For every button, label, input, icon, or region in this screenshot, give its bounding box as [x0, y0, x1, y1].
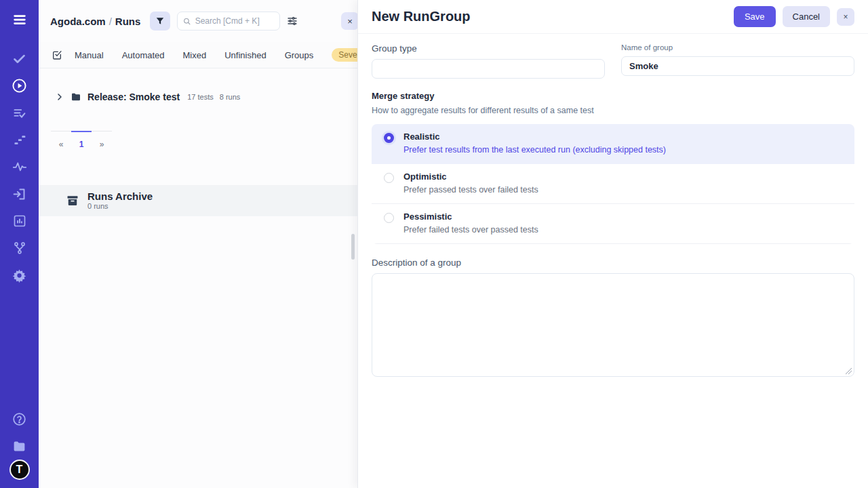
list-check-icon[interactable] [0, 99, 39, 126]
adjustments-button[interactable] [287, 16, 298, 26]
strategy-option-pessimistic[interactable]: Pessimistic Prefer failed tests over pas… [372, 204, 854, 244]
runs-panel: Agoda.com/Runs × Manual Automated Mixed … [39, 0, 357, 488]
form-header: New RunGroup Save Cancel × [358, 0, 868, 34]
runs-archive-row[interactable]: Runs Archive 0 runs [39, 185, 357, 216]
cancel-button[interactable]: Cancel [783, 6, 830, 27]
run-group-row[interactable]: Release: Smoke test 17 tests 8 runs [56, 89, 357, 105]
merge-strategy-label: Merge strategy [372, 91, 854, 101]
strategy-title: Optimistic [403, 171, 538, 182]
scrollbar-thumb[interactable] [351, 234, 355, 260]
merge-strategy-options: Realistic Prefer test results from the l… [372, 124, 854, 244]
tab-groups[interactable]: Groups [285, 50, 314, 60]
form-body: Group type Name of group Merge strategy … [358, 34, 868, 377]
strategy-description: Prefer failed tests over passed tests [403, 225, 538, 235]
runs-archive-count: 0 runs [87, 202, 153, 210]
page-title: New RunGroup [372, 9, 734, 24]
funnel-icon [155, 16, 165, 26]
strategy-description: Prefer test results from the last execut… [403, 145, 666, 155]
pagination-prev[interactable]: « [51, 131, 71, 149]
branch-icon[interactable] [0, 235, 39, 262]
search-icon [183, 17, 191, 26]
description-label: Description of a group [372, 258, 854, 268]
run-group-runs-count: 8 runs [220, 93, 241, 101]
chevron-right-icon[interactable] [56, 93, 64, 101]
breadcrumb-page[interactable]: Runs [115, 16, 141, 27]
strategy-description: Prefer passed tests over failed tests [403, 185, 538, 195]
logo-t-avatar[interactable]: T [9, 460, 30, 480]
search-box[interactable] [177, 12, 280, 30]
group-type-label: Group type [372, 43, 605, 54]
description-textarea[interactable] [372, 273, 854, 377]
strategy-title: Realistic [403, 131, 666, 142]
group-type-input[interactable] [372, 59, 605, 79]
pagination: « 1 » [51, 131, 357, 149]
strategy-option-realistic[interactable]: Realistic Prefer test results from the l… [372, 124, 854, 164]
name-of-group-input[interactable] [621, 56, 854, 76]
check-icon[interactable] [0, 45, 39, 72]
runs-archive-title: Runs Archive [87, 191, 153, 203]
select-all-icon[interactable] [52, 49, 62, 60]
breadcrumb-project[interactable]: Agoda.com [50, 16, 106, 27]
pulse-icon[interactable] [0, 153, 39, 180]
strategy-title: Pessimistic [403, 211, 538, 222]
resize-handle-icon[interactable] [846, 368, 852, 374]
runs-filter-tabs: Manual Automated Mixed Unfinished Groups… [39, 42, 357, 68]
filter-button[interactable] [150, 12, 170, 30]
menu-icon[interactable] [0, 0, 39, 39]
steps-icon[interactable] [0, 126, 39, 153]
folder-icon [71, 92, 81, 102]
radio-realistic[interactable] [384, 133, 394, 143]
app-sidebar: T [0, 0, 39, 488]
breadcrumb-separator: / [106, 16, 115, 27]
pagination-next[interactable]: » [92, 131, 112, 149]
save-button[interactable]: Save [734, 6, 776, 27]
archive-box-icon [66, 194, 79, 207]
help-circle-icon[interactable] [0, 405, 39, 432]
tab-manual[interactable]: Manual [75, 50, 104, 60]
tab-unfinished[interactable]: Unfinished [224, 50, 266, 60]
tab-mixed[interactable]: Mixed [183, 50, 207, 60]
breadcrumb[interactable]: Agoda.com/Runs [50, 16, 140, 27]
radio-optimistic[interactable] [384, 173, 394, 183]
radio-pessimistic[interactable] [384, 213, 394, 223]
panel-close-button[interactable]: × [341, 12, 359, 30]
pagination-page-1[interactable]: 1 [71, 131, 92, 149]
bar-chart-icon[interactable] [0, 207, 39, 235]
sliders-icon [287, 16, 298, 26]
run-group-tests-count: 17 tests [187, 93, 214, 101]
search-input[interactable] [195, 16, 275, 26]
sign-in-icon[interactable] [0, 180, 39, 207]
projects-folder-icon[interactable] [0, 432, 39, 460]
new-rungroup-panel: New RunGroup Save Cancel × Group type Na… [357, 0, 868, 488]
play-circle-icon[interactable] [0, 72, 39, 99]
runs-topbar: Agoda.com/Runs [39, 0, 357, 42]
run-group-title[interactable]: Release: Smoke test [87, 92, 180, 102]
close-button[interactable]: × [837, 8, 854, 26]
merge-strategy-hint: How to aggregate results for different r… [372, 106, 854, 115]
gear-icon[interactable] [0, 262, 39, 289]
strategy-option-optimistic[interactable]: Optimistic Prefer passed tests over fail… [372, 164, 854, 204]
tab-automated[interactable]: Automated [122, 50, 165, 60]
name-of-group-label: Name of group [621, 43, 854, 52]
